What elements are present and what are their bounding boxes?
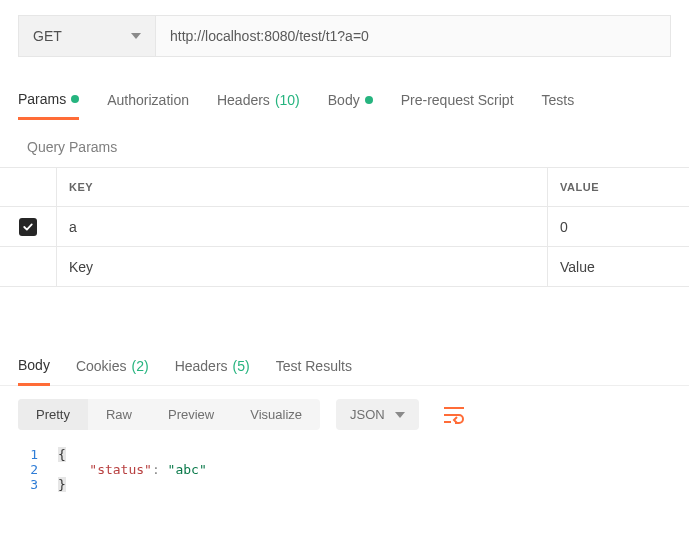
tab-authorization[interactable]: Authorization (107, 86, 189, 118)
view-mode-group: Pretty Raw Preview Visualize (18, 399, 320, 430)
param-value-placeholder[interactable]: Value (547, 247, 689, 286)
row-checkbox[interactable] (19, 218, 37, 236)
chevron-down-icon (131, 33, 141, 39)
http-method-select[interactable]: GET (18, 15, 156, 57)
response-tabs: Body Cookies (2) Headers (5) Test Result… (0, 351, 689, 386)
indicator-dot-icon (71, 95, 79, 103)
table-header: KEY VALUE (0, 168, 689, 207)
resp-tab-cookies[interactable]: Cookies (2) (76, 352, 149, 384)
indicator-dot-icon (365, 96, 373, 104)
header-key: KEY (56, 168, 547, 206)
view-preview-button[interactable]: Preview (150, 399, 232, 430)
http-method-value: GET (33, 28, 62, 44)
resp-tab-headers[interactable]: Headers (5) (175, 352, 250, 384)
param-value-cell[interactable]: 0 (547, 207, 689, 246)
code-line: 1 { (18, 447, 671, 462)
tab-params[interactable]: Params (18, 85, 79, 120)
code-line: 3 } (18, 477, 671, 492)
response-type-select[interactable]: JSON (336, 399, 419, 430)
line-number: 2 (18, 462, 58, 477)
line-number: 3 (18, 477, 58, 492)
row-checkbox-cell (0, 247, 56, 286)
param-key-cell[interactable]: a (56, 207, 547, 246)
query-params-title: Query Params (27, 139, 671, 155)
response-view-bar: Pretty Raw Preview Visualize JSON (0, 386, 689, 443)
line-number: 1 (18, 447, 58, 462)
view-raw-button[interactable]: Raw (88, 399, 150, 430)
view-visualize-button[interactable]: Visualize (232, 399, 320, 430)
code-line: 2 "status": "abc" (18, 462, 671, 477)
resp-tab-test-results[interactable]: Test Results (276, 352, 352, 384)
url-input[interactable] (156, 15, 671, 57)
tab-pre-request-script[interactable]: Pre-request Script (401, 86, 514, 118)
tab-headers[interactable]: Headers (10) (217, 86, 300, 118)
tab-body[interactable]: Body (328, 86, 373, 118)
header-check-col (0, 168, 56, 206)
param-key-placeholder[interactable]: Key (56, 247, 547, 286)
response-body[interactable]: 1 { 2 "status": "abc" 3 } (0, 443, 689, 502)
row-checkbox-cell (0, 207, 56, 246)
resp-tab-body[interactable]: Body (18, 351, 50, 386)
table-row-empty[interactable]: Key Value (0, 247, 689, 287)
check-icon (22, 221, 34, 233)
view-pretty-button[interactable]: Pretty (18, 399, 88, 430)
query-params-table: KEY VALUE a 0 Key Value (0, 167, 689, 287)
request-tabs: Params Authorization Headers (10) Body P… (0, 85, 689, 119)
wrap-icon (443, 406, 465, 424)
tab-tests[interactable]: Tests (542, 86, 575, 118)
table-row[interactable]: a 0 (0, 207, 689, 247)
wrap-lines-button[interactable] (435, 400, 473, 430)
header-value: VALUE (547, 168, 689, 206)
chevron-down-icon (395, 412, 405, 418)
